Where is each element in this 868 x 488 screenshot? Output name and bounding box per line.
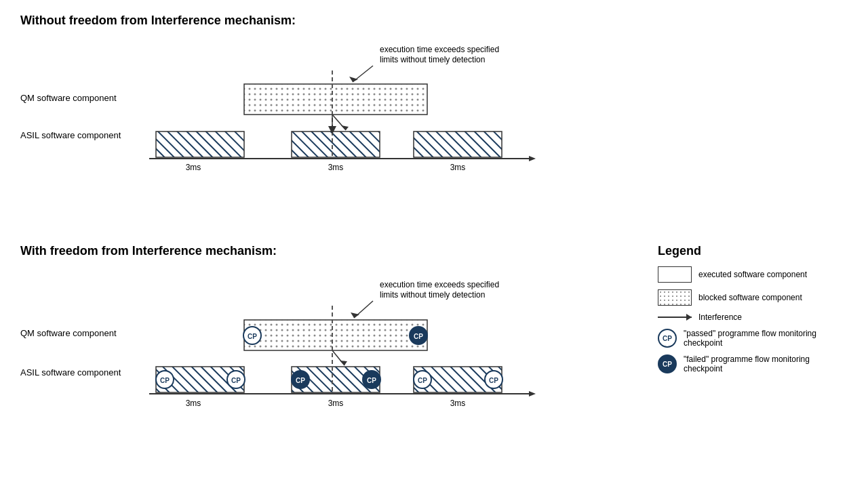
svg-rect-6 [414, 131, 502, 157]
legend-icon-cp-pass: CP [658, 329, 677, 348]
legend-title: Legend [658, 244, 848, 258]
svg-marker-24 [529, 391, 536, 396]
svg-text:CP: CP [418, 377, 427, 384]
svg-text:CP: CP [489, 377, 498, 384]
svg-rect-30 [244, 320, 427, 350]
svg-text:CP: CP [160, 377, 170, 384]
legend: Legend executed software component block… [658, 244, 848, 380]
legend-item-cp-pass: CP "passed" programme flow monitoring ch… [658, 329, 848, 348]
svg-text:limits without timely detectio: limits without timely detection [380, 290, 485, 300]
svg-text:execution time exceeds specifi: execution time exceeds specified [380, 45, 499, 54]
section1: Without freedom from Interference mechan… [20, 14, 536, 185]
svg-text:limits without timely detectio: limits without timely detection [380, 55, 485, 64]
svg-text:execution time exceeds specifi: execution time exceeds specified [380, 280, 499, 289]
svg-text:CP: CP [414, 333, 423, 340]
legend-text-cp-pass: "passed" programme flow monitoring check… [684, 329, 848, 348]
legend-icon-arrow [658, 317, 692, 318]
svg-rect-7 [244, 84, 427, 115]
section2: With freedom from Interference mechanism… [20, 244, 536, 422]
svg-marker-38 [351, 312, 359, 318]
legend-icon-blocked [658, 289, 692, 306]
svg-rect-5 [292, 131, 380, 157]
legend-icon-cp-fail: CP [658, 354, 677, 373]
qm-label-1: QM software component [20, 93, 117, 103]
svg-rect-4 [156, 131, 244, 157]
section2-diagram: QM software component ASIL software comp… [20, 264, 536, 420]
svg-text:3ms: 3ms [186, 399, 201, 408]
section1-title: Without freedom from Interference mechan… [20, 14, 536, 28]
section2-title: With freedom from Interference mechanism… [20, 244, 536, 258]
svg-marker-1 [529, 156, 536, 161]
svg-text:CP: CP [367, 377, 376, 384]
legend-item-cp-fail: CP "failed" programme flow monitoring ch… [658, 354, 848, 373]
legend-text-interference: Interference [698, 312, 742, 322]
asil-label-1: ASIL software component [20, 130, 121, 140]
svg-marker-15 [349, 77, 358, 82]
svg-text:3ms: 3ms [328, 399, 344, 408]
svg-text:3ms: 3ms [450, 399, 466, 408]
section1-diagram: QM software component ASIL software comp… [20, 33, 536, 182]
svg-text:3ms: 3ms [186, 163, 201, 172]
svg-text:CP: CP [248, 333, 257, 340]
legend-text-blocked: blocked software component [698, 293, 802, 302]
legend-icon-executed [658, 266, 692, 283]
legend-text-executed: executed software component [698, 270, 807, 279]
svg-text:QM software component: QM software component [20, 328, 117, 338]
svg-text:3ms: 3ms [450, 163, 466, 172]
svg-text:CP: CP [231, 377, 241, 384]
svg-text:CP: CP [296, 377, 305, 384]
legend-text-cp-fail: "failed" programme flow monitoring check… [684, 354, 848, 373]
legend-item-executed: executed software component [658, 266, 848, 283]
svg-text:ASIL software component: ASIL software component [20, 367, 121, 378]
legend-item-interference: Interference [658, 312, 848, 322]
svg-text:3ms: 3ms [328, 163, 344, 172]
legend-item-blocked: blocked software component [658, 289, 848, 306]
